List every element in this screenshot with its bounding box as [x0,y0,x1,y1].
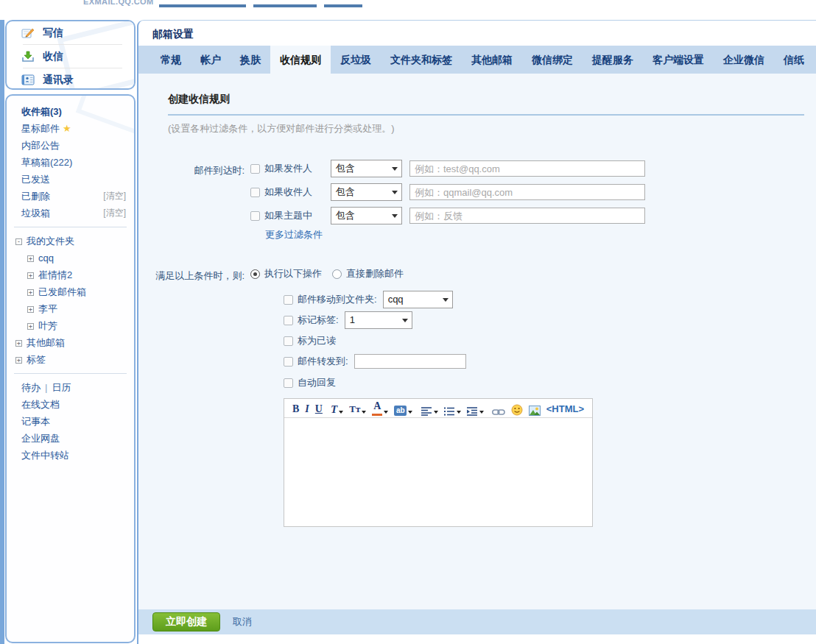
autoreply-checkbox[interactable] [284,378,293,388]
app-todo[interactable]: 待办 [21,382,41,393]
align-icon[interactable] [418,401,441,416]
tab-general[interactable]: 常规 [151,46,191,74]
font-color-icon[interactable]: A [369,401,391,416]
move-to-folder-label: 邮件移动到文件夹: [298,293,377,306]
clipped-header-link-fragment [253,4,317,7]
mail-rules-content: 创建收信规则 (设置各种过滤条件，以方便对邮件进行分类或处理。) 邮件到达时: … [138,74,816,609]
clipped-header-link-fragment [324,4,362,7]
bold-icon[interactable]: B [289,401,302,416]
empty-deleted-link[interactable]: [清空] [103,188,126,205]
folder-other-accounts[interactable]: +其他邮箱 [7,334,134,351]
app-calendar[interactable]: 日历 [52,382,71,393]
tab-work-wechat[interactable]: 企业微信 [714,46,774,74]
mark-read-checkbox[interactable] [284,336,293,346]
indent-icon[interactable] [464,401,487,416]
expand-icon[interactable]: + [15,340,22,347]
link-icon[interactable] [489,401,508,416]
highlight-icon[interactable]: ab [391,401,415,416]
sidebar-item-deleted[interactable]: 已删除[清空] [7,188,134,205]
italic-icon[interactable]: I [302,401,312,416]
expand-icon[interactable]: + [27,306,34,313]
tab-mail-rules[interactable]: 收信规则 [270,46,331,74]
tab-stationery[interactable]: 信纸 [774,46,814,74]
sidebar-item-sent[interactable]: 已发送 [7,171,134,188]
autoreply-editor-body[interactable] [284,418,592,526]
move-to-folder-select[interactable]: cqq [383,291,453,308]
chevron-down-icon [339,411,343,414]
folders-sidebar: 收件箱(3) 星标邮件★ 内部公告 草稿箱(222) 已发送 已删除[清空] 垃… [5,94,136,643]
tab-other-mailboxes[interactable]: 其他邮箱 [462,46,522,74]
recipient-operator-select[interactable]: 包含 [331,183,402,201]
expand-icon[interactable]: + [27,289,34,296]
font-family-icon[interactable]: T [328,401,346,416]
subject-operator-select[interactable]: 包含 [331,207,402,224]
folder-cqq[interactable]: +cqq [7,250,134,266]
image-icon[interactable] [526,401,544,416]
list-icon[interactable] [441,401,464,416]
receive-mail-button[interactable]: 收信 [7,45,134,68]
sidebar-item-inbox[interactable]: 收件箱(3) [7,103,134,120]
html-icon[interactable]: <HTML> [544,401,587,416]
contacts-icon [21,74,35,85]
expand-icon[interactable]: + [15,357,22,364]
tab-reminder-service[interactable]: 提醒服务 [583,46,643,74]
radio-execute-actions[interactable] [250,269,260,279]
create-button[interactable]: 立即创建 [152,612,220,631]
divider [14,227,127,227]
autoreply-editor: B I U T Tт A ab [284,398,593,527]
tab-client-settings[interactable]: 客户端设置 [643,46,714,74]
underline-icon[interactable]: U [312,401,326,416]
subject-checkbox[interactable] [250,211,260,221]
sender-input[interactable] [409,160,645,177]
sender-operator-select[interactable]: 包含 [331,160,402,177]
folder-my-folders[interactable]: -我的文件夹 [7,233,134,250]
sidebar-item-spam[interactable]: 垃圾箱[清空] [7,205,134,222]
radio-delete-mail[interactable] [332,269,342,279]
folder-liping[interactable]: +李平 [7,300,134,317]
tab-folders-tags[interactable]: 文件夹和标签 [381,46,462,74]
recipient-checkbox[interactable] [250,188,260,197]
tab-skin[interactable]: 换肤 [231,46,270,74]
sidebar-item-drafts[interactable]: 草稿箱(222) [7,154,134,171]
expand-icon[interactable]: + [27,255,34,262]
chevron-down-icon [392,214,398,218]
tab-antispam[interactable]: 反垃圾 [331,46,381,74]
folder-tags[interactable]: +标签 [7,351,134,368]
sidebar-item-announcement[interactable]: 内部公告 [7,137,134,154]
font-size-icon[interactable]: Tт [346,401,369,416]
app-online-docs[interactable]: 在线文档 [7,396,134,413]
sidebar-item-starred[interactable]: 星标邮件★ [7,120,134,137]
folder-yefang[interactable]: +叶芳 [7,317,134,334]
action-row-tag: 标记标签: 1 [284,311,412,329]
emoticon-icon[interactable] [508,401,526,416]
radio-delete-label: 直接删除邮件 [346,267,404,280]
forward-checkbox[interactable] [284,357,293,367]
compose-icon [21,27,35,39]
tab-account[interactable]: 帐户 [191,46,231,74]
compose-mail-button[interactable]: 写信 [7,21,134,44]
recipient-input[interactable] [409,184,645,200]
expand-icon[interactable]: + [27,323,34,330]
collapse-icon[interactable]: - [15,238,22,245]
app-enterprise-netdisk[interactable]: 企业网盘 [7,430,134,447]
folder-sent-mailbox[interactable]: +已发邮件箱 [7,283,134,300]
folder-cuiqingqing2[interactable]: +崔情情2 [7,266,134,283]
tag-select[interactable]: 1 [345,311,412,329]
move-to-folder-checkbox[interactable] [284,295,293,305]
forward-label: 邮件转发到: [298,355,348,368]
empty-spam-link[interactable]: [清空] [103,205,126,222]
subject-input[interactable] [409,208,645,224]
condition-row-recipient: 如果收件人 包含 [250,183,645,201]
tag-checkbox[interactable] [284,316,293,325]
forward-address-input[interactable] [354,354,466,369]
more-filters-link[interactable]: 更多过滤条件 [265,228,323,241]
cancel-link[interactable]: 取消 [233,615,252,629]
expand-icon[interactable]: + [27,272,34,279]
app-notes[interactable]: 记事本 [7,413,134,430]
contacts-button[interactable]: 通讯录 [7,68,134,90]
chevron-down-icon [392,191,398,194]
sender-checkbox[interactable] [250,164,260,174]
action-row-move-to-folder: 邮件移动到文件夹: cqq [284,291,453,308]
app-file-transfer[interactable]: 文件中转站 [7,447,134,464]
tab-wechat-bind[interactable]: 微信绑定 [522,46,583,74]
